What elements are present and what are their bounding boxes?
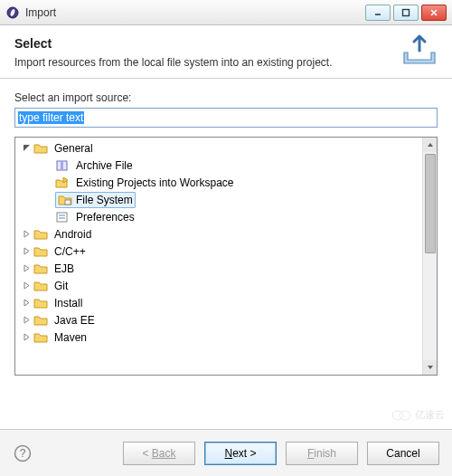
expander-collapsed-icon[interactable] [21,263,32,274]
expander-none [42,212,53,223]
svg-rect-9 [57,213,67,222]
tree-item-label: Archive File [76,159,133,172]
tree-item-cpp[interactable]: C/C++ [17,243,422,260]
tree-item-label: File System [76,194,133,206]
tree-item-label: C/C++ [54,245,86,258]
wizard-content: Select an import source: type filter tex… [0,79,452,381]
cancel-button-label: Cancel [386,447,419,460]
help-icon[interactable]: ? [13,443,33,463]
expander-collapsed-icon[interactable] [21,229,32,240]
app-icon [5,5,20,20]
folder-icon [33,296,48,310]
wizard-banner: Select Import resources from the local f… [0,25,452,79]
tree-item-existing-projects[interactable]: Existing Projects into Workspace [17,174,422,191]
next-button-label: ext > [232,447,256,460]
tree-item-label: Install [54,297,82,309]
tree-item-archive-file[interactable]: Archive File [17,157,422,174]
folder-icon [33,227,48,242]
tree-item-label: Maven [54,331,87,344]
tree-item-maven[interactable]: Maven [17,328,422,346]
preferences-icon [55,210,70,224]
expander-none [42,177,53,188]
tree-item-ejb[interactable]: EJB [17,260,422,277]
svg-point-15 [400,411,410,420]
import-icon [401,33,438,70]
filter-input-text: type filter text [18,111,84,124]
titlebar: Import [0,0,452,25]
expander-collapsed-icon[interactable] [21,298,32,309]
expander-collapsed-icon[interactable] [21,246,32,257]
svg-rect-8 [65,200,71,205]
minimize-button[interactable] [365,5,391,21]
scroll-down-icon[interactable] [423,360,438,375]
tree-item-label: General [54,142,93,155]
banner-description: Import resources from the local file sys… [14,56,438,69]
maximize-button[interactable] [393,5,419,21]
tree-item-label: Java EE [54,314,95,327]
folder-icon [33,313,48,328]
back-button[interactable]: < Back [123,442,195,465]
tree-item-git[interactable]: Git [17,277,422,294]
tree-item-label: Existing Projects into Workspace [76,176,234,189]
watermark: 亿速云 [391,408,445,422]
svg-point-14 [392,411,403,420]
expander-none [42,195,53,205]
projects-icon [55,176,70,190]
vertical-scrollbar[interactable] [422,138,437,375]
svg-rect-3 [403,9,410,15]
cancel-button[interactable]: Cancel [367,442,439,465]
watermark-text: 亿速云 [415,408,445,422]
scroll-up-icon[interactable] [423,138,438,152]
tree-viewport: General Archive File Existing Projects i… [15,138,422,375]
archive-icon [55,158,70,173]
tree-item-javaee[interactable]: Java EE [17,311,422,328]
folder-icon [33,330,48,345]
tree-item-label: Git [54,280,68,292]
tree-item-label: Preferences [76,211,135,224]
expander-collapsed-icon[interactable] [21,315,32,326]
window-title: Import [25,6,365,19]
wizard-button-bar: ? < Back Next > Finish Cancel [0,429,452,476]
folder-icon [33,141,48,156]
folder-icon [33,279,48,293]
expander-expanded-icon[interactable] [21,143,32,154]
tree-item-label: Android [54,228,91,241]
expander-none [42,160,53,171]
tree-item-file-system[interactable]: File System [17,191,422,208]
expander-collapsed-icon[interactable] [21,332,32,343]
expander-collapsed-icon[interactable] [21,281,32,291]
svg-text:?: ? [20,447,26,460]
scroll-thumb[interactable] [425,154,436,253]
import-source-tree[interactable]: General Archive File Existing Projects i… [14,137,438,376]
source-label: Select an import source: [14,91,438,104]
finish-button-label: inish [314,447,336,460]
filesystem-icon [58,193,72,207]
finish-button[interactable]: Finish [286,442,358,465]
back-button-label: Back [152,447,176,460]
tree-item-install[interactable]: Install [17,294,422,311]
tree-item-preferences[interactable]: Preferences [17,208,422,225]
svg-rect-7 [61,161,63,170]
tree-item-android[interactable]: Android [17,225,422,243]
filter-input[interactable]: type filter text [14,108,438,128]
folder-icon [33,262,48,276]
folder-icon [33,244,48,259]
tree-item-label: EJB [54,262,74,275]
close-button[interactable] [421,5,447,21]
tree-item-general[interactable]: General [17,139,422,157]
next-button[interactable]: Next > [204,442,277,465]
window-controls [365,5,447,21]
banner-heading: Select [14,36,438,51]
